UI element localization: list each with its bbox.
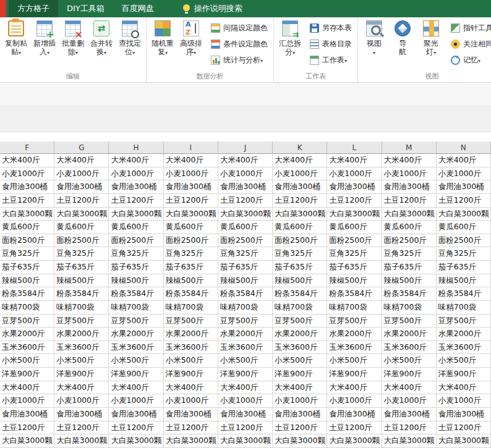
- grid-cell[interactable]: 面粉2500斤: [54, 234, 109, 248]
- grid-cell[interactable]: 小麦1000斤: [437, 167, 491, 181]
- grid-cell[interactable]: 小麦1000斤: [54, 167, 109, 181]
- grid-cell[interactable]: 茄子635斤: [327, 261, 382, 274]
- grid-cell[interactable]: 食用油300桶: [437, 408, 491, 421]
- grid-cell[interactable]: 土豆1200斤: [382, 194, 437, 208]
- grid-cell[interactable]: 小麦1000斤: [0, 394, 54, 408]
- grid-cell[interactable]: 茄子635斤: [437, 261, 491, 274]
- grid-cell[interactable]: 小麦1000斤: [437, 394, 491, 408]
- grid-cell[interactable]: 土豆1200斤: [109, 421, 163, 435]
- grid-cell[interactable]: 土豆1200斤: [382, 421, 437, 435]
- grid-cell[interactable]: 玉米3600斤: [109, 341, 163, 355]
- grid-cell[interactable]: 小麦1000斤: [164, 394, 218, 408]
- grid-cell[interactable]: 小麦1000斤: [273, 394, 327, 408]
- grid-cell[interactable]: 大米400斤: [327, 381, 382, 395]
- ribbon-tab[interactable]: 方方格子: [9, 0, 58, 17]
- grid-cell[interactable]: 面粉2500斤: [164, 234, 218, 248]
- grid-cell[interactable]: 面粉2500斤: [273, 234, 327, 248]
- column-header[interactable]: G: [54, 142, 109, 153]
- grid-cell[interactable]: 食用油300桶: [273, 408, 327, 421]
- grid-cell[interactable]: 食用油300桶: [54, 180, 109, 194]
- grid-cell[interactable]: 土豆1200斤: [218, 194, 273, 208]
- grid-cell[interactable]: 大米400斤: [382, 381, 437, 395]
- grid-cell[interactable]: 小麦1000斤: [0, 167, 54, 181]
- ribbon-small-button[interactable]: 表格目录: [307, 36, 354, 52]
- grid-cell[interactable]: 小麦1000斤: [273, 167, 327, 181]
- grid-cell[interactable]: 食用油300桶: [327, 180, 382, 194]
- grid-cell[interactable]: 食用油300桶: [0, 180, 54, 194]
- grid-cell[interactable]: 大白菜3000颗: [164, 434, 218, 448]
- grid-cell[interactable]: 小麦1000斤: [327, 167, 382, 181]
- grid-cell[interactable]: 玉米3600斤: [0, 341, 54, 355]
- grid-cell[interactable]: 豆角325斤: [164, 247, 218, 261]
- grid-cell[interactable]: 洋葱900斤: [327, 368, 382, 381]
- ribbon-button[interactable]: 复制粘贴: [2, 17, 30, 56]
- grid-cell[interactable]: 豆芽500斤: [327, 315, 382, 328]
- grid-cell[interactable]: 味精700袋: [109, 301, 163, 315]
- grid-cell[interactable]: 食用油300桶: [164, 180, 218, 194]
- column-header[interactable]: M: [382, 142, 437, 153]
- grid-cell[interactable]: 大白菜3000颗: [54, 434, 109, 448]
- grid-cell[interactable]: 小麦1000斤: [382, 167, 437, 181]
- grid-cell[interactable]: 粉条3584斤: [382, 287, 437, 301]
- grid-cell[interactable]: 玉米3600斤: [164, 341, 218, 355]
- grid-cell[interactable]: 大米400斤: [273, 154, 327, 167]
- grid-cell[interactable]: 味精700袋: [164, 301, 218, 315]
- grid-cell[interactable]: 味精700袋: [218, 301, 273, 315]
- grid-cell[interactable]: 洋葱900斤: [109, 368, 163, 381]
- grid-cell[interactable]: 食用油300桶: [0, 408, 54, 421]
- ribbon-button[interactable]: 合并转换: [87, 17, 116, 56]
- grid-cell[interactable]: 粉条3584斤: [109, 287, 163, 301]
- grid-cell[interactable]: 土豆1200斤: [54, 421, 109, 435]
- column-header[interactable]: L: [327, 142, 382, 153]
- grid-cell[interactable]: 大白菜3000颗: [218, 434, 273, 448]
- grid-cell[interactable]: 大米400斤: [437, 381, 491, 395]
- grid-cell[interactable]: 小米500斤: [54, 354, 109, 368]
- grid-cell[interactable]: 小麦1000斤: [218, 394, 273, 408]
- grid-cell[interactable]: 辣椒500斤: [218, 274, 273, 288]
- grid-cell[interactable]: 食用油300桶: [273, 180, 327, 194]
- grid-cell[interactable]: 面粉2500斤: [327, 234, 382, 248]
- grid-cell[interactable]: 土豆1200斤: [218, 421, 273, 435]
- grid-cell[interactable]: 水果2000斤: [327, 328, 382, 341]
- grid-cell[interactable]: 土豆1200斤: [327, 421, 382, 435]
- grid-cell[interactable]: 食用油300桶: [54, 408, 109, 421]
- ribbon-small-button[interactable]: 条件设定颜色: [208, 36, 270, 52]
- grid-cell[interactable]: 茄子635斤: [218, 261, 273, 274]
- ribbon-button[interactable]: 随机重复: [148, 17, 177, 56]
- grid-cell[interactable]: 小麦1000斤: [109, 394, 163, 408]
- grid-cell[interactable]: 玉米3600斤: [54, 341, 109, 355]
- grid-cell[interactable]: 食用油300桶: [218, 408, 273, 421]
- grid-cell[interactable]: 豆芽500斤: [218, 315, 273, 328]
- grid-cell[interactable]: 面粉2500斤: [382, 234, 437, 248]
- grid-cell[interactable]: 洋葱900斤: [0, 368, 54, 381]
- grid-cell[interactable]: 大白菜3000颗: [54, 208, 109, 221]
- grid-cell[interactable]: 豆芽500斤: [382, 315, 437, 328]
- grid-cell[interactable]: 大白菜3000颗: [218, 208, 273, 221]
- grid-cell[interactable]: 辣椒500斤: [327, 274, 382, 288]
- grid-cell[interactable]: 水果2000斤: [437, 328, 491, 341]
- ribbon-small-button[interactable]: 工作表: [307, 52, 354, 68]
- grid-cell[interactable]: 豆角325斤: [54, 247, 109, 261]
- grid-cell[interactable]: 黄瓜600斤: [54, 221, 109, 234]
- grid-cell[interactable]: 玉米3600斤: [382, 341, 437, 355]
- grid-cell[interactable]: 小麦1000斤: [164, 167, 218, 181]
- ribbon-small-button[interactable]: 另存本表: [307, 20, 354, 36]
- grid-cell[interactable]: 辣椒500斤: [54, 274, 109, 288]
- ribbon-button[interactable]: 视图: [360, 17, 388, 56]
- grid-cell[interactable]: 土豆1200斤: [437, 194, 491, 208]
- grid-cell[interactable]: 辣椒500斤: [273, 274, 327, 288]
- grid-cell[interactable]: 洋葱900斤: [218, 368, 273, 381]
- grid-cell[interactable]: 粉条3584斤: [218, 287, 273, 301]
- grid-cell[interactable]: 玉米3600斤: [437, 341, 491, 355]
- grid-cell[interactable]: 土豆1200斤: [273, 194, 327, 208]
- grid-cell[interactable]: 大米400斤: [164, 381, 218, 395]
- grid-cell[interactable]: 味精700袋: [54, 301, 109, 315]
- grid-cell[interactable]: 粉条3584斤: [327, 287, 382, 301]
- grid-cell[interactable]: 小米500斤: [437, 354, 491, 368]
- ribbon-tab[interactable]: 百度网盘: [113, 0, 163, 17]
- grid-cell[interactable]: 土豆1200斤: [0, 194, 54, 208]
- grid-cell[interactable]: 粉条3584斤: [54, 287, 109, 301]
- grid-cell[interactable]: 小米500斤: [382, 354, 437, 368]
- grid-cell[interactable]: 豆角325斤: [273, 247, 327, 261]
- grid-cell[interactable]: 小米500斤: [273, 354, 327, 368]
